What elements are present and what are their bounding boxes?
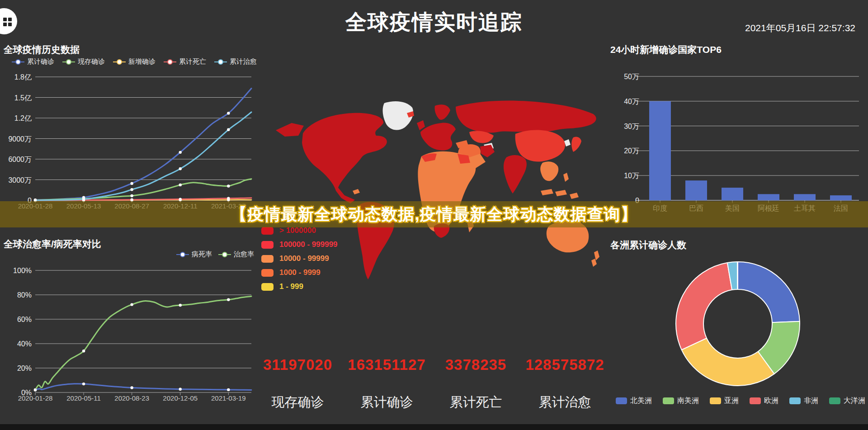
map-legend-label: 1 - 999 [279, 282, 303, 291]
legend-item-治愈率[interactable]: 治愈率 [218, 250, 254, 259]
legend-label: 累计确诊 [27, 57, 54, 66]
legend-item-累计治愈[interactable]: 累计治愈 [214, 57, 257, 66]
map-indonesia [541, 189, 579, 199]
map-legend-label: 10000 - 99999 [279, 254, 329, 263]
svg-text:2020-05-11: 2020-05-11 [66, 394, 101, 402]
continent-legend-label: 南美洲 [677, 396, 699, 406]
map-legend-item: 1 - 999 [261, 282, 338, 291]
svg-text:50万: 50万 [624, 73, 639, 80]
legend-marker-icon [12, 59, 24, 65]
continent-legend-item-南美洲[interactable]: 南美洲 [663, 396, 699, 406]
legend-label: 现存确诊 [78, 57, 105, 66]
map-legend-item: 100000 - 999999 [261, 240, 338, 249]
stat-value: 3378235 [431, 356, 520, 373]
stat-label: 现存确诊 [253, 393, 342, 411]
map-greenland [383, 101, 413, 130]
map-turkmenistan [484, 143, 494, 150]
stat-累计死亡: 3378235累计死亡 [431, 356, 520, 411]
map-legend-item: 1000 - 9999 [261, 268, 338, 277]
legend-swatch-icon [710, 397, 721, 404]
legend-swatch-icon [750, 397, 761, 404]
legend-label: 累计治愈 [230, 57, 257, 66]
map-north-africa [421, 153, 437, 162]
legend-item-新增确诊[interactable]: 新增确诊 [113, 57, 156, 66]
stat-value: 128575872 [520, 356, 609, 373]
stats-row: 31197020现存确诊163151127累计确诊3378235累计死亡1285… [253, 356, 609, 411]
map-legend-label: > 1000000 [279, 226, 316, 235]
continent-legend-label: 北美洲 [630, 396, 652, 406]
svg-text:3000万: 3000万 [8, 176, 32, 184]
dashboard: 全球疫情实时追踪 2021年05月16日 22:57:32 全球疫情历史数据 累… [0, 0, 868, 430]
continents-legend: 北美洲南美洲亚洲欧洲非洲大洋洲 [616, 396, 865, 406]
grid-menu-icon[interactable] [3, 18, 12, 26]
svg-text:9000万: 9000万 [8, 135, 32, 143]
top6-chart-title: 24小时新增确诊国家TOP6 [610, 43, 722, 56]
map-legend-item: 10000 - 99999 [261, 254, 338, 263]
continent-legend-item-欧洲[interactable]: 欧洲 [750, 396, 778, 406]
legend-swatch-icon [663, 397, 674, 404]
legend-label: 累计死亡 [179, 57, 206, 66]
svg-text:0%: 0% [21, 389, 32, 397]
continent-legend-item-大洋洲[interactable]: 大洋洲 [829, 396, 865, 406]
continent-legend-item-非洲[interactable]: 非洲 [789, 396, 818, 406]
map-legend-label: 1000 - 9999 [279, 268, 321, 277]
legend-item-累计死亡[interactable]: 累计死亡 [164, 57, 206, 66]
news-banner-text[interactable]: 【疫情最新全球动态数据,疫情最新全球动态数据查询】 [231, 203, 637, 226]
map-caribbean [353, 189, 360, 194]
legend-marker-icon [218, 252, 231, 257]
legend-item-病死率[interactable]: 病死率 [176, 250, 212, 259]
map-legend-item: > 1000000 [261, 226, 338, 235]
map-egypt [458, 154, 470, 164]
legend-item-累计确诊[interactable]: 累计确诊 [12, 57, 54, 66]
rates-chart-legend: 病死率治愈率 [0, 250, 254, 259]
history-chart-title: 全球疫情历史数据 [4, 43, 80, 56]
legend-swatch-icon [789, 397, 801, 404]
legend-swatch-icon [261, 255, 274, 263]
map-russia [456, 101, 596, 133]
map-new-zealand [591, 250, 599, 267]
history-chart-legend: 累计确诊现存确诊新增确诊累计死亡累计治愈 [12, 57, 257, 66]
legend-label: 病死率 [192, 250, 212, 259]
top6-bar-chart: 50万40万30万20万10万0印度巴西美国阿根廷土耳其法国 [623, 68, 867, 217]
bottom-strip [0, 424, 868, 430]
map-india [504, 155, 527, 194]
continents-chart-title: 各洲累计确诊人数 [610, 239, 686, 251]
svg-text:40万: 40万 [624, 98, 639, 105]
legend-marker-icon [62, 59, 75, 65]
legend-swatch-icon [261, 269, 274, 277]
history-line-chart: 1.8亿1.5亿1.2亿9000万6000万3000万02020-01-2820… [0, 71, 260, 213]
continent-legend-item-北美洲[interactable]: 北美洲 [616, 396, 652, 406]
map-central-asia [469, 131, 494, 143]
svg-text:1.8亿: 1.8亿 [14, 73, 32, 81]
map-alaska [276, 123, 304, 137]
svg-text:60%: 60% [17, 316, 32, 323]
legend-marker-icon [214, 59, 227, 65]
map-uk [417, 120, 425, 130]
map-korea [564, 139, 571, 146]
legend-swatch-icon [261, 227, 274, 235]
news-banner[interactable]: 【疫情最新全球动态数据,疫情最新全球动态数据查询】 [0, 201, 868, 227]
svg-text:6000万: 6000万 [8, 156, 32, 163]
continent-legend-label: 欧洲 [764, 396, 778, 406]
legend-item-现存确诊[interactable]: 现存确诊 [62, 57, 105, 66]
map-china [515, 130, 565, 161]
page-title: 全球疫情实时追踪 [0, 8, 868, 37]
map-philippines [563, 173, 569, 182]
stat-label: 累计确诊 [342, 393, 431, 411]
rates-line-chart: 100%80%60%40%20%0%2020-01-282020-05-1120… [0, 265, 260, 410]
legend-marker-icon [113, 59, 126, 65]
legend-swatch-icon [261, 241, 274, 249]
legend-marker-icon [176, 252, 189, 257]
map-turkey [456, 140, 468, 148]
svg-text:80%: 80% [17, 291, 32, 299]
map-scandinavia [434, 104, 450, 120]
legend-swatch-icon [616, 397, 627, 404]
svg-text:1.5亿: 1.5亿 [14, 94, 32, 102]
svg-text:2020-01-28: 2020-01-28 [18, 394, 53, 402]
legend-swatch-icon [261, 283, 274, 291]
stat-label: 累计死亡 [431, 393, 520, 411]
continent-legend-item-亚洲[interactable]: 亚洲 [710, 396, 739, 406]
stat-value: 31197020 [253, 356, 342, 373]
stat-label: 累计治愈 [520, 393, 609, 411]
svg-text:2020-08-23: 2020-08-23 [114, 394, 149, 402]
